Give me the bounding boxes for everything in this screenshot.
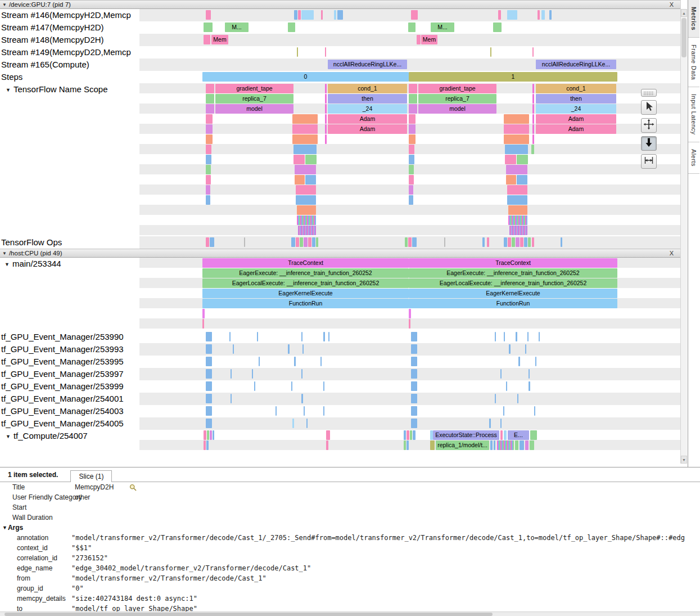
magnifier-icon[interactable] — [129, 484, 137, 491]
trace-slice[interactable] — [301, 10, 314, 20]
trace-slice[interactable] — [504, 114, 529, 124]
trace-slice[interactable] — [305, 175, 316, 185]
row-label-tf-name-scope[interactable]: ▼TensorFlow Name Scope — [0, 83, 139, 236]
trace-slice[interactable] — [207, 430, 209, 440]
trace-slice[interactable] — [297, 215, 316, 225]
trace-slice[interactable] — [301, 369, 302, 379]
pan-tool-button[interactable] — [641, 118, 657, 133]
trace-slice[interactable] — [231, 369, 232, 379]
trace-slice[interactable] — [206, 185, 210, 195]
trace-slice[interactable] — [417, 35, 421, 44]
trace-slice[interactable] — [409, 165, 414, 174]
trace-slice[interactable] — [323, 381, 324, 391]
side-tab-alerts[interactable]: Alerts — [688, 142, 699, 174]
trace-slice[interactable] — [411, 381, 417, 391]
trace-slice[interactable] — [294, 10, 297, 20]
vertical-scrollbar[interactable]: ▲ ▼ — [680, 0, 687, 464]
cpu-panel-close-button[interactable]: X — [670, 250, 678, 257]
trace-slice[interactable] — [206, 369, 212, 379]
trace-slice[interactable] — [206, 104, 214, 114]
slice-replica-7[interactable]: replica_7 — [418, 94, 496, 104]
trace-slice[interactable] — [409, 134, 416, 144]
trace-slice[interactable] — [530, 440, 534, 450]
trace-slice[interactable] — [259, 357, 260, 366]
trace-slice[interactable] — [409, 94, 417, 104]
slice-adam[interactable]: Adam — [328, 114, 407, 124]
trace-slice[interactable] — [505, 145, 528, 154]
trace-slice[interactable] — [276, 406, 277, 416]
trace-slice[interactable] — [409, 309, 411, 318]
slice-cond-1[interactable]: cond_1 — [328, 84, 407, 93]
trace-slice[interactable] — [500, 430, 503, 440]
trace-slice[interactable] — [291, 381, 292, 391]
trace-slice[interactable] — [531, 145, 534, 154]
trace-slice[interactable] — [296, 185, 316, 195]
trace-slice[interactable] — [213, 430, 214, 440]
trace-slice[interactable] — [495, 332, 496, 341]
row-label-tf-compute-254007[interactable]: ▼tf_Compute/254007 — [0, 430, 139, 456]
trace-slice[interactable] — [298, 10, 301, 20]
trace-slice[interactable] — [305, 155, 317, 164]
trace-slice[interactable] — [532, 84, 534, 93]
trace-slice[interactable] — [411, 357, 417, 366]
trace-slice[interactable] — [325, 114, 327, 124]
trace-slice[interactable] — [320, 357, 322, 366]
trace-slice[interactable] — [413, 430, 416, 440]
slice-0[interactable]: 0 — [202, 72, 409, 82]
trace-slice[interactable] — [517, 155, 528, 164]
collapse-arrow-icon[interactable]: ▼ — [2, 251, 7, 256]
trace-slice[interactable] — [294, 357, 296, 366]
trace-slice[interactable] — [293, 155, 305, 164]
trace-slice[interactable] — [412, 237, 417, 247]
trace-slice[interactable] — [326, 430, 330, 440]
trace-slice[interactable] — [516, 237, 520, 247]
trace-slice[interactable] — [444, 237, 445, 247]
trace-slice[interactable] — [206, 124, 213, 134]
trace-slice[interactable] — [206, 381, 212, 391]
trace-slice[interactable] — [532, 134, 534, 144]
trace-slice[interactable] — [297, 47, 298, 57]
trace-slice[interactable] — [517, 175, 527, 185]
trace-slice[interactable] — [528, 237, 531, 247]
trace-slice[interactable] — [506, 165, 527, 174]
trace-slice[interactable] — [210, 237, 214, 247]
collapse-arrow-icon[interactable]: ▼ — [4, 262, 10, 267]
collapse-arrow-icon[interactable]: ▼ — [2, 2, 7, 7]
trace-slice[interactable] — [206, 394, 212, 403]
trace-slice[interactable] — [527, 332, 529, 341]
slice-ncclallreduceringllke-[interactable]: ncclAllReduceRingLLKe... — [328, 60, 407, 69]
slice-eagerkernelexecute[interactable]: EagerKernelExecute — [202, 289, 409, 298]
slice-tracecontext[interactable]: TraceContext — [409, 258, 617, 268]
trace-slice[interactable] — [334, 10, 336, 20]
trace-slice[interactable] — [411, 332, 417, 341]
scroll-down-button[interactable]: ▼ — [681, 456, 687, 464]
trace-slice[interactable] — [206, 195, 210, 205]
slice-m-[interactable]: M... — [225, 23, 249, 32]
trace-slice[interactable] — [231, 394, 232, 403]
trace-slice[interactable] — [244, 237, 245, 247]
trace-slice[interactable] — [292, 134, 318, 144]
trace-slice[interactable] — [293, 145, 317, 154]
selection-tool-button[interactable] — [641, 100, 657, 115]
trace-slice[interactable] — [206, 114, 213, 124]
trace-slice[interactable] — [505, 155, 516, 164]
trace-slice[interactable] — [411, 344, 417, 354]
slice-replica-7[interactable]: replica_7 — [215, 94, 293, 104]
trace-slice[interactable] — [206, 134, 213, 144]
trace-slice[interactable] — [202, 319, 204, 329]
trace-slice[interactable] — [323, 406, 324, 416]
trace-slice[interactable] — [409, 319, 410, 329]
slice-adam[interactable]: Adam — [328, 124, 407, 134]
collapse-arrow-icon[interactable]: ▼ — [6, 434, 11, 439]
trace-slice[interactable] — [404, 440, 406, 450]
trace-slice[interactable] — [503, 406, 504, 416]
trace-slice[interactable] — [541, 10, 545, 20]
trace-slice[interactable] — [302, 344, 304, 354]
trace-slice[interactable] — [498, 10, 501, 20]
horizontal-scrollbar-thumb[interactable] — [4, 613, 493, 616]
slice-cond-1[interactable]: cond_1 — [536, 84, 616, 93]
trace-slice[interactable] — [520, 440, 524, 450]
trace-slice[interactable] — [206, 145, 211, 154]
slice-eagerexecute-inference-train-function-260252[interactable]: EagerExecute: __inference_train_function… — [202, 268, 409, 278]
slice-gradient-tape[interactable]: gradient_tape — [418, 84, 496, 93]
